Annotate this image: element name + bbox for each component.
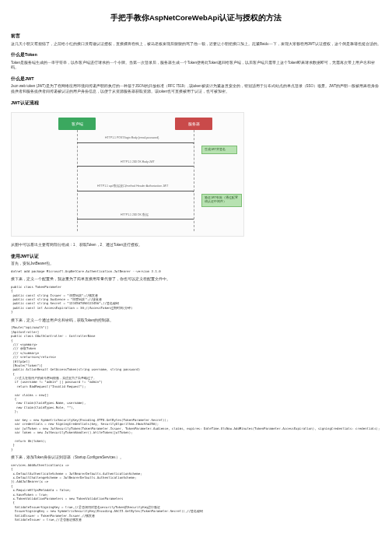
note-validate-jwt: 验证JWT有效（通过配置或认证中间件）	[201, 194, 242, 207]
diagram-actor-server: 服务器	[175, 118, 212, 130]
label-api-response: HTTP1.1 200 OK 数据	[121, 213, 149, 217]
use-jwt-heading: 使用JWT认证	[11, 253, 381, 259]
jwt-flow-heading: JWT认证流程	[11, 100, 381, 106]
code-tokenparam: public class TokenParameter { public con…	[11, 285, 381, 314]
preface-text: 这几天小明又有烦恼了，之前给小红的接口没有做认证授权，直接裸奔在线上，被马老板发…	[11, 42, 381, 47]
code-services: services.AddAuthentication(x => { x.Defa…	[11, 463, 381, 522]
what-token-heading: 什么是Token	[11, 51, 381, 58]
page-title: 手把手教你AspNetCoreWebApi认证与授权的方法	[11, 12, 381, 23]
step-install: 首先，安装JwtBearer包。	[11, 262, 381, 267]
preface-heading: 前言	[11, 33, 381, 39]
code-install: dotnet add package Microsoft.AspNetCore.…	[11, 269, 381, 273]
label-login-response: HTTP1.1 200 OK Body:JWT	[121, 160, 155, 164]
what-jwt-text: Json web token (JWT)是为了在网络应用环境间传递声明而执行的一…	[11, 84, 381, 95]
jwt-sequence-diagram: 客户端 服务器 HTTP1.1 POST/login Body:{email,p…	[11, 112, 244, 237]
step-controller: 接下来，定义一个通过用户名和密码，获取Token的控制器。	[11, 318, 381, 324]
arrow-login-request	[77, 142, 194, 143]
what-token-text: Token是服务端生成的一串字符串，以作客户端进行请求的一个令牌。当第一次登录后…	[11, 61, 381, 72]
what-jwt-heading: 什么是JWT	[11, 76, 381, 82]
code-controller: [Route("api/oauth")] [ApiController] pub…	[11, 325, 381, 451]
flow-summary: 从图中可以看出主要有两部分组成：1、获取Token，2、通过Token进行授权。	[11, 243, 381, 248]
label-api-request: HTTP1.1 api/数据接口/method Header:Authoriza…	[97, 184, 168, 188]
step-tokenparam: 接下来，定义一个配置类，我这里为了简单直接用常量代替了，你也可以定义在配置文件中…	[11, 277, 381, 283]
lifeline-server	[194, 130, 194, 231]
arrow-api-response	[77, 219, 194, 220]
arrow-api-request	[77, 191, 194, 191]
note-generate-jwt: 生成JWT并签名	[201, 146, 237, 154]
lifeline-client	[77, 130, 78, 231]
label-login-request: HTTP1.1 POST/login Body:{email,password}	[105, 136, 159, 140]
step-services: 接下来，添加Token身份认证到容器（Startup.ConfigureServ…	[11, 455, 381, 461]
arrow-login-response	[77, 166, 194, 167]
diagram-actor-client: 客户端	[58, 118, 96, 130]
